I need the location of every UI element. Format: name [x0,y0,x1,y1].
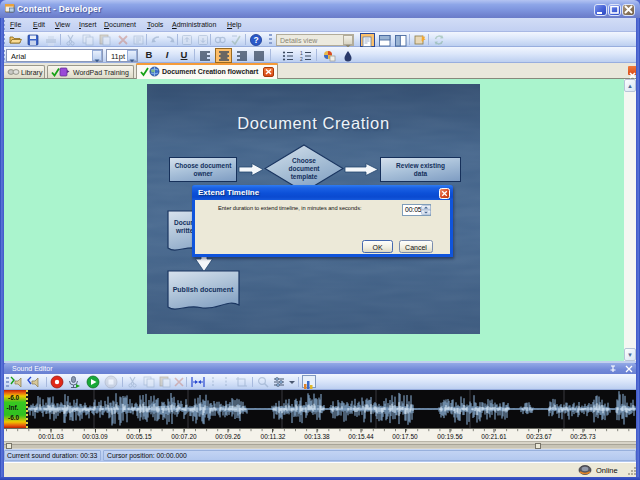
svg-text:template: template [291,173,318,181]
svg-text:1: 1 [300,50,303,56]
svg-text:Choose: Choose [292,157,316,164]
svg-text:?: ? [253,35,258,45]
svg-text:document: document [288,165,320,172]
svg-text:Publish document: Publish document [173,286,234,293]
svg-text:2: 2 [300,56,303,62]
